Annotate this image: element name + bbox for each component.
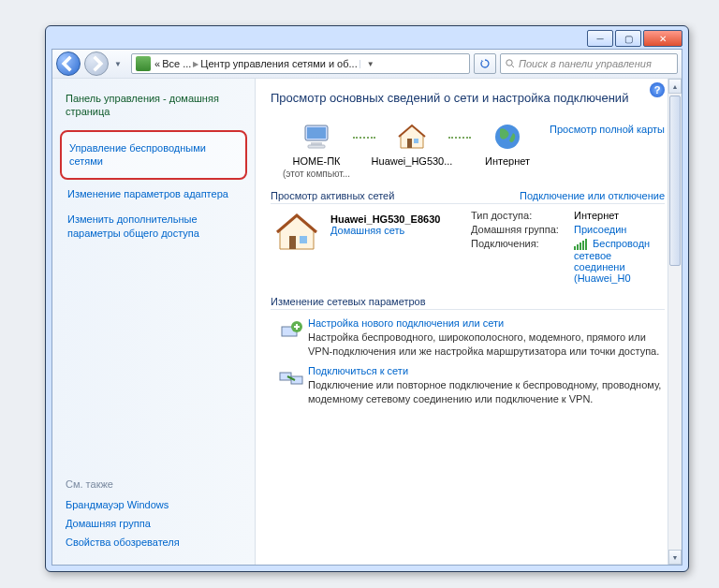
homegroup-link[interactable]: Присоедин — [574, 224, 626, 235]
connections-label: Подключения: — [471, 238, 574, 284]
svg-rect-5 — [308, 145, 325, 148]
sidebar-item-wireless-management[interactable]: Управление беспроводными сетями — [60, 130, 247, 181]
task-new-connection-link[interactable]: Настройка нового подключения или сети — [308, 317, 665, 329]
main-content: ? Просмотр основных сведений о сети и на… — [256, 79, 682, 565]
sidebar-item-advanced-sharing[interactable]: Изменить дополнительные параметры общего… — [66, 207, 242, 246]
homegroup-label: Домашняя группа: — [471, 224, 574, 235]
svg-rect-7 — [414, 139, 418, 143]
breadcrumb-part[interactable]: Центр управления сетями и об... — [200, 58, 357, 69]
task-new-connection-desc: Настройка беспроводного, широкополосного… — [308, 331, 665, 359]
svg-rect-10 — [300, 236, 307, 243]
scroll-up-button[interactable]: ▲ — [668, 79, 682, 94]
nav-history-dropdown[interactable]: ▼ — [112, 60, 124, 68]
map-internet-label: Интернет — [465, 155, 550, 168]
see-also-homegroup[interactable]: Домашняя группа — [66, 514, 242, 533]
page-heading: Просмотр основных сведений о сети и наст… — [271, 90, 665, 107]
svg-line-1 — [512, 66, 515, 68]
scroll-track[interactable] — [668, 94, 682, 550]
globe-icon — [491, 120, 524, 154]
search-input[interactable]: Поиск в панели управления — [500, 53, 678, 74]
maximize-button[interactable]: ▢ — [615, 30, 641, 47]
sidebar: Панель управления - домашняя страница Уп… — [52, 79, 256, 565]
network-icon — [136, 56, 151, 71]
see-also-header: См. также — [66, 478, 242, 490]
connect-disconnect-link[interactable]: Подключение или отключение — [520, 190, 665, 201]
house-icon — [395, 120, 429, 154]
address-bar: ▼ « Все ... ▶ Центр управления сетями и … — [52, 50, 682, 79]
nav-back-button[interactable] — [56, 51, 81, 76]
network-type-link[interactable]: Домашняя сеть — [330, 225, 404, 236]
control-panel-home-link[interactable]: Панель управления - домашняя страница — [66, 92, 242, 119]
breadcrumb-dropdown[interactable]: ▼ — [360, 60, 377, 68]
nav-forward-button[interactable] — [84, 51, 109, 76]
map-pc-label: HOME-ПК (этот компьют... — [274, 155, 359, 180]
chevron-right-icon: ▶ — [193, 60, 198, 68]
see-also-firewall[interactable]: Брандмауэр Windows — [66, 495, 242, 514]
active-networks-title: Просмотр активных сетей — [271, 190, 394, 201]
breadcrumb-part[interactable]: Все ... — [162, 58, 191, 69]
svg-rect-3 — [307, 127, 326, 139]
network-name: Huawei_HG530_E8630 — [330, 213, 440, 225]
map-router-label: Huawei_HG530... — [370, 155, 454, 168]
network-params-title: Изменение сетевых параметров — [271, 296, 665, 310]
new-connection-icon — [278, 317, 308, 359]
task-connect-link[interactable]: Подключиться к сети — [308, 365, 665, 376]
task-connect-desc: Подключение или повторное подключение к … — [308, 378, 665, 406]
svg-rect-6 — [407, 139, 412, 148]
minimize-button[interactable]: ─ — [587, 30, 613, 47]
close-button[interactable]: ✕ — [643, 30, 682, 47]
breadcrumb-prefix: « — [154, 58, 160, 69]
network-house-icon — [274, 210, 330, 257]
svg-rect-9 — [289, 236, 296, 249]
access-type-label: Тип доступа: — [471, 210, 574, 221]
see-also-browser-properties[interactable]: Свойства обозревателя — [66, 533, 242, 551]
sidebar-item-adapter-settings[interactable]: Изменение параметров адаптера — [66, 182, 242, 207]
svg-point-0 — [506, 60, 512, 66]
window-frame: ─ ▢ ✕ ▼ « Все ... ▶ Центр управл — [45, 25, 689, 572]
scroll-thumb[interactable] — [669, 96, 681, 266]
breadcrumb[interactable]: « Все ... ▶ Центр управления сетями и об… — [131, 53, 470, 74]
access-type-value: Интернет — [574, 210, 665, 221]
scrollbar[interactable]: ▲ ▼ — [668, 79, 682, 565]
refresh-button[interactable] — [474, 53, 496, 74]
connect-network-icon — [278, 365, 308, 406]
full-map-link[interactable]: Просмотр полной карты — [550, 120, 665, 135]
search-placeholder: Поиск в панели управления — [519, 58, 652, 69]
signal-icon — [574, 239, 587, 250]
scroll-down-button[interactable]: ▼ — [668, 550, 682, 565]
computer-icon — [300, 120, 333, 154]
